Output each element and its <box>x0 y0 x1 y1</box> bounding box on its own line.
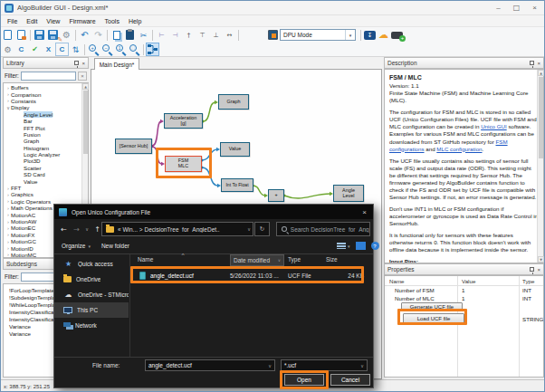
pin-icon[interactable] <box>74 61 79 65</box>
column-header-type[interactable]: Type <box>522 278 534 284</box>
property-value[interactable]: 1 <box>462 287 464 293</box>
menu-item[interactable]: Firmware <box>64 15 100 26</box>
new-file-button[interactable] <box>1 28 14 42</box>
library-tree-item[interactable]: › Buffers <box>5 84 88 91</box>
description-scrollbar[interactable]: ▲ ▼ <box>537 70 543 263</box>
column-header-value[interactable]: Value <box>462 278 475 284</box>
align-middle-icon[interactable]: ↔ <box>223 28 236 42</box>
preview-pane-icon[interactable] <box>356 242 366 250</box>
library-tree-item[interactable]: Fusion <box>5 131 88 138</box>
dpu-mode-select[interactable]: DPU Mode ▾ <box>280 29 356 41</box>
library-tree-item[interactable]: Scatter <box>5 165 88 171</box>
dialog-close-icon[interactable]: × <box>362 208 368 216</box>
menu-item[interactable]: Help <box>124 15 146 26</box>
scrollbar-thumb[interactable] <box>83 91 88 154</box>
validate-check-icon[interactable]: ✔ <box>28 43 42 56</box>
column-date-modified[interactable]: Date modified ∨ <box>230 254 284 266</box>
menu-item[interactable]: Tools <box>100 15 124 26</box>
dialog-sidebar-item[interactable]: OneDrive <box>54 272 129 287</box>
minimize-button[interactable]: – <box>496 4 500 12</box>
copy-button[interactable] <box>110 28 123 42</box>
upload-cloud-button[interactable]: ☁ <box>377 28 390 42</box>
cancel-button[interactable]: Cancel <box>330 374 370 386</box>
close-panel-icon[interactable]: × <box>81 61 85 66</box>
pin-icon[interactable] <box>530 61 534 65</box>
property-value[interactable]: 1 <box>462 295 464 301</box>
redo-button[interactable]: ↷ <box>91 28 105 42</box>
open-file-button[interactable] <box>14 28 28 42</box>
maximize-button[interactable]: □ <box>513 4 521 12</box>
align-bottom-icon[interactable]: ⊥ <box>209 28 223 42</box>
link-mlc-configuration[interactable]: MLC configuration <box>436 146 482 152</box>
library-tree-item[interactable]: Logic Analyzer <box>5 151 88 158</box>
scroll-up-icon[interactable]: ▲ <box>538 70 544 76</box>
build-firmware-button[interactable]: ↧ <box>363 28 377 42</box>
close-button[interactable]: × <box>532 4 537 12</box>
pin-icon[interactable] <box>530 267 534 272</box>
organize-menu[interactable]: Organize▾ <box>62 243 91 249</box>
close-panel-icon[interactable]: × <box>537 267 540 272</box>
view-mode-button[interactable]: ▾ <box>337 243 350 250</box>
column-type[interactable]: Type <box>288 256 301 263</box>
dialog-sidebar-item[interactable]: Quick access <box>54 256 129 272</box>
menu-item[interactable]: View <box>42 15 64 26</box>
library-tree-item[interactable]: › Constants <box>5 98 88 104</box>
node-sensor-hub[interactable]: [Sensor Hub] <box>115 139 152 154</box>
c-code-icon[interactable]: C <box>14 43 28 56</box>
cut-button[interactable]: ✂ <box>137 28 150 42</box>
zoom-actual-button[interactable]: 1 <box>114 43 128 56</box>
menu-item[interactable]: Edit <box>22 15 42 26</box>
clear-filter-icon[interactable]: × <box>78 72 87 81</box>
library-tree-item[interactable]: Value <box>5 177 88 184</box>
column-name[interactable]: Name <box>138 256 153 263</box>
close-panel-icon[interactable]: × <box>537 61 540 66</box>
forward-icon[interactable]: → <box>71 225 82 234</box>
node-value[interactable]: Value <box>220 142 250 157</box>
zoom-fit-button[interactable]: ∷ <box>128 43 141 56</box>
column-size[interactable]: Size <box>326 256 338 263</box>
library-tree-item[interactable]: Graph <box>5 138 88 144</box>
connect-device-button[interactable] <box>390 28 404 42</box>
scrollbar-thumb[interactable] <box>539 77 543 158</box>
align-left-icon[interactable]: ⊢ <box>155 28 168 42</box>
scroll-up-icon[interactable]: ▲ <box>82 83 89 90</box>
node-angle-level[interactable]: AngleLevel <box>333 185 364 202</box>
menu-item[interactable]: File <box>3 15 22 26</box>
scroll-down-icon[interactable]: ▼ <box>538 256 544 263</box>
column-header-name[interactable]: Name <box>389 278 405 284</box>
zoom-out-button[interactable]: − <box>100 43 114 56</box>
breadcrumb[interactable]: « Win... > DecisionTree_for_AngleDet.. <box>118 226 220 233</box>
chevron-down-icon[interactable]: ∨ <box>247 226 251 232</box>
library-tree-item[interactable]: › Comparison <box>5 91 88 97</box>
flowchart-mode-button[interactable] <box>146 43 159 56</box>
align-right-icon[interactable]: ⊣ <box>168 28 182 42</box>
node-int-to-float[interactable]: Int To Float <box>221 178 253 192</box>
new-folder-button[interactable]: New folder <box>101 243 129 249</box>
library-filter-input[interactable] <box>21 72 76 81</box>
align-top-icon[interactable]: ⊤ <box>196 28 209 42</box>
firmware-settings-icon[interactable]: ⚙ <box>1 43 14 56</box>
library-tree-item[interactable]: Angle Level <box>5 111 88 118</box>
undo-button[interactable]: ↶ <box>78 28 91 42</box>
library-tree-item[interactable]: FFT Plot <box>5 124 88 130</box>
refresh-button[interactable]: ↻ <box>254 222 270 236</box>
align-center-icon[interactable]: † <box>182 28 196 42</box>
paste-button[interactable] <box>123 28 137 42</box>
library-tree-item[interactable]: Plot3D <box>5 158 88 164</box>
c-box-icon[interactable]: C <box>55 43 69 56</box>
library-tree-item[interactable]: ∨ Display <box>5 104 88 110</box>
node-acceleration[interactable]: Acceleration[g] <box>164 113 203 129</box>
file-name-input[interactable]: angle_detect.ucf ∨ <box>145 359 275 371</box>
dialog-sidebar-item[interactable]: OneDrive - STMicro <box>54 287 129 302</box>
save-button[interactable] <box>33 28 46 42</box>
tab-main-design[interactable]: Main Design* <box>94 58 139 70</box>
reorder-icon[interactable]: ⇅ <box>69 43 82 56</box>
help-icon[interactable]: ? <box>371 242 379 250</box>
back-icon[interactable]: ← <box>58 225 70 234</box>
address-bar[interactable]: « Win... > DecisionTree_for_AngleDet.. ∨ <box>101 222 253 236</box>
search-box[interactable]: Search DecisionTree_for_Ang.. <box>276 222 370 236</box>
library-tree-item[interactable]: › Graphics <box>5 191 88 197</box>
save-as-button[interactable]: ✎ <box>46 28 60 42</box>
library-tree-item[interactable]: › FFT <box>5 185 88 191</box>
zoom-in-button[interactable]: + <box>87 43 100 56</box>
